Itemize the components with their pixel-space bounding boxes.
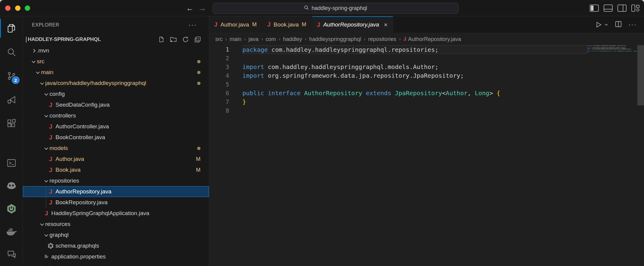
tree-item-test[interactable]: test xyxy=(23,262,209,266)
tree-item-controllers[interactable]: controllers xyxy=(23,110,209,121)
tree-item-config[interactable]: config xyxy=(23,89,209,99)
code-line-2[interactable]: 2 xyxy=(209,54,587,63)
java-file-icon: J xyxy=(267,21,270,28)
breadcrumb-separator: › xyxy=(261,36,263,42)
docker-icon[interactable] xyxy=(0,220,23,243)
code-line-4[interactable]: 4import org.springframework.data.jpa.rep… xyxy=(209,71,587,80)
split-editor-icon[interactable] xyxy=(614,20,622,29)
minimize-window-button[interactable] xyxy=(15,5,21,11)
explorer-more-actions-icon[interactable]: ··· xyxy=(188,23,197,27)
tree-item-application.properties[interactable]: application.properties xyxy=(23,251,209,262)
tab-author.java[interactable]: JAuthor.javaM xyxy=(209,16,262,33)
customize-layout-icon[interactable] xyxy=(631,5,640,12)
tree-item-label: BookRepository.java xyxy=(55,199,108,206)
tree-item-bookrepository.java[interactable]: JBookRepository.java xyxy=(23,197,209,208)
explorer-icon[interactable] xyxy=(0,16,23,40)
chevron-down-icon xyxy=(34,71,41,74)
source-control-icon[interactable]: 2 xyxy=(0,64,23,88)
code-line-7[interactable]: 7} xyxy=(209,98,587,106)
line-number: 7 xyxy=(209,98,242,106)
collapse-folders-icon[interactable] xyxy=(194,36,201,43)
project-section-header[interactable]: HADDLEY-SPRING-GRAPHQL xyxy=(23,34,209,45)
tree-item-.mvn[interactable]: .mvn xyxy=(23,45,209,56)
tab-book.java[interactable]: JBook.javaM xyxy=(262,16,312,33)
java-file-icon: J xyxy=(49,102,52,108)
editor-more-actions-icon[interactable]: ··· xyxy=(628,23,637,26)
extensions-icon[interactable] xyxy=(0,111,23,135)
close-tab-icon[interactable]: × xyxy=(384,21,387,28)
command-center-search[interactable]: haddley-spring-graphql xyxy=(213,3,459,14)
forward-icon[interactable]: → xyxy=(198,0,206,16)
breadcrumb-item-com[interactable]: com xyxy=(266,36,276,42)
code-editor[interactable]: 1package com.haddley.haddleyspringgraphq… xyxy=(209,45,644,266)
chevron-down-icon xyxy=(39,223,45,226)
terminal-icon[interactable] xyxy=(0,152,23,174)
tree-item-authorcontroller.java[interactable]: JAuthorController.java xyxy=(23,121,209,132)
java-file-icon: J xyxy=(214,21,217,28)
scrollbar[interactable] xyxy=(637,45,644,105)
new-folder-icon[interactable] xyxy=(170,36,177,43)
tree-item-src[interactable]: src xyxy=(23,56,209,67)
spring-boot-icon[interactable] xyxy=(0,197,23,220)
tree-item-book.java[interactable]: JBook.javaM xyxy=(23,164,209,175)
tree-item-label: graphql xyxy=(49,232,68,238)
breadcrumb-item-haddley[interactable]: haddley xyxy=(283,36,302,42)
code-line-1[interactable]: 1package com.haddley.haddleyspringgraphq… xyxy=(209,45,587,54)
java-file-icon: J xyxy=(317,21,320,28)
tree-item-seeddataconfig.java[interactable]: JSeedDataConfig.java xyxy=(23,99,209,110)
tree-item-label: BookController.java xyxy=(55,134,105,141)
tree-item-main[interactable]: main xyxy=(23,67,209,78)
git-modified-badge: M xyxy=(196,167,209,173)
breadcrumb-separator: › xyxy=(305,36,307,42)
tree-item-author.java[interactable]: JAuthor.javaM xyxy=(23,154,209,164)
minimap[interactable]: package com.haddley.haddleyspringgraphql… xyxy=(587,45,637,54)
code-line-3[interactable]: 3import com.haddley.haddleyspringgraphql… xyxy=(209,63,587,71)
chevron-right-icon xyxy=(30,49,37,52)
code-line-6[interactable]: 6public interface AuthorRepository exten… xyxy=(209,89,587,98)
breadcrumb-item-main[interactable]: main xyxy=(230,36,242,42)
breadcrumb-item-java[interactable]: java xyxy=(248,36,258,42)
new-file-icon[interactable] xyxy=(158,36,165,43)
line-number: 8 xyxy=(209,106,242,115)
tree-item-schema.graphqls[interactable]: schema.graphqls xyxy=(23,240,209,251)
tree-item-authorrepository.java[interactable]: JAuthorRepository.java xyxy=(23,186,209,197)
tree-item-models[interactable]: models xyxy=(23,143,209,154)
code-line-8[interactable]: 8 xyxy=(209,106,587,115)
tree-item-repositories[interactable]: repositories xyxy=(23,175,209,186)
line-number: 1 xyxy=(209,45,242,54)
copilot-icon[interactable] xyxy=(0,174,23,197)
zoom-window-button[interactable] xyxy=(25,5,30,11)
run-and-debug-icon[interactable] xyxy=(0,88,23,111)
toggle-primary-sidebar-icon[interactable] xyxy=(590,5,599,12)
tree-item-label: .mvn xyxy=(37,47,49,54)
tree-item-haddleyspringgraphqlapplication.java[interactable]: JHaddleySpringGraphqlApplication.java xyxy=(23,208,209,219)
back-icon[interactable]: ← xyxy=(186,0,194,16)
chat-icon[interactable] xyxy=(0,243,23,266)
refresh-explorer-icon[interactable] xyxy=(182,36,189,43)
breadcrumb-item-src[interactable]: src xyxy=(215,36,223,42)
code-line-5[interactable]: 5 xyxy=(209,80,587,89)
search-icon[interactable] xyxy=(0,40,23,64)
chevron-down-icon xyxy=(43,114,49,117)
source-control-badge: 2 xyxy=(12,76,20,84)
tree-item-java-com-haddley-haddleyspringgraphql[interactable]: java/com/haddley/haddleyspringgraphql xyxy=(23,78,209,89)
toggle-secondary-sidebar-icon[interactable] xyxy=(617,5,627,12)
tree-item-resources[interactable]: resources xyxy=(23,219,209,230)
line-number: 6 xyxy=(209,89,242,98)
java-file-icon: J xyxy=(403,36,406,42)
breadcrumb-separator: › xyxy=(364,36,366,42)
tree-item-label: java/com/haddley/haddleyspringgraphql xyxy=(45,80,146,86)
file-tree: .mvnsrcmainjava/com/haddley/haddleysprin… xyxy=(23,45,209,266)
breadcrumb-item-haddleyspringgraphql[interactable]: haddleyspringgraphql xyxy=(309,36,361,42)
run-java-icon[interactable] xyxy=(595,21,608,29)
toggle-panel-icon[interactable] xyxy=(604,5,613,12)
tree-item-bookcontroller.java[interactable]: JBookController.java xyxy=(23,132,209,143)
chevron-down-icon xyxy=(43,147,49,150)
tree-item-label: HaddleySpringGraphqlApplication.java xyxy=(51,210,149,217)
tab-label: Author.java xyxy=(220,21,249,28)
close-window-button[interactable] xyxy=(5,5,11,11)
breadcrumb-item-authorrepository.java[interactable]: JAuthorRepository.java xyxy=(403,36,461,42)
breadcrumb-item-repositories[interactable]: repositories xyxy=(368,36,396,42)
tab-authorrepository.java[interactable]: JAuthorRepository.java× xyxy=(312,16,393,33)
tree-item-graphql[interactable]: graphql xyxy=(23,230,209,240)
